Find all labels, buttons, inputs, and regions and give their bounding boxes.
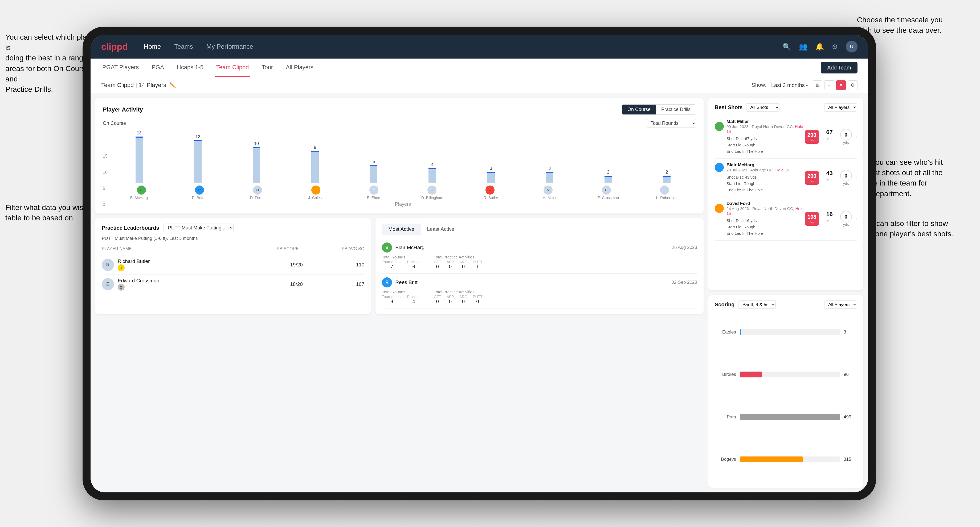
avatar-col-5: E xyxy=(345,186,403,195)
shots-filter-select[interactable]: All Shots Best Shots xyxy=(746,103,780,111)
shot-score-badge-blair: 200 SG xyxy=(805,171,819,185)
shot-chevron-matt[interactable]: › xyxy=(855,133,857,140)
tab-pgat-players[interactable]: PGAT Players xyxy=(101,59,140,77)
shot-entry-matt[interactable]: Matt Miller 09 Jun 2023 · Royal North De… xyxy=(715,115,857,159)
tab-pga[interactable]: PGA xyxy=(151,59,165,77)
shot-player-info-david: David Ford 24 Aug 2023 · Royal North Dev… xyxy=(715,201,805,237)
user-avatar[interactable]: U xyxy=(846,41,858,52)
player-avatar-9[interactable]: E xyxy=(602,186,611,195)
x-axis-label: Players xyxy=(110,202,696,207)
avatar-col-1: B xyxy=(112,186,170,195)
bogeys-count: 315 xyxy=(844,457,854,462)
y-label-10: 10 xyxy=(103,170,108,175)
tab-hcaps[interactable]: Hcaps 1-5 xyxy=(176,59,205,77)
bar-rect-2 xyxy=(194,140,202,183)
bar-rect-8 xyxy=(546,172,554,183)
shot-yds-box-blair-0: 0 yds xyxy=(839,170,853,186)
settings-icon[interactable]: ⚙ xyxy=(848,80,858,90)
player-avatar-6[interactable]: D xyxy=(428,186,436,195)
scoring-bars: Eagles 3 Birdies 96 xyxy=(715,313,857,482)
player-row-2[interactable]: E Edward Crossman 2 18/20 107 xyxy=(102,275,364,294)
bar-col-3: 10 xyxy=(227,130,286,183)
activity-avatar-rees: R xyxy=(382,277,392,287)
tab-least-active[interactable]: Least Active xyxy=(421,224,461,235)
shot-yds-david: 16 yds 0 yds xyxy=(822,211,853,227)
shot-location-david: 24 Aug 2023 · Royal North Devon GC, xyxy=(727,206,795,211)
player-avatar-1[interactable]: B xyxy=(137,186,146,195)
bar-rect-9 xyxy=(605,176,612,183)
activity-header-rees: R Rees Britt 02 Sep 2023 xyxy=(382,277,697,287)
best-shots-card: Best Shots All Shots Best Shots All Play… xyxy=(708,98,863,290)
edit-icon[interactable]: ✏️ xyxy=(169,82,176,88)
bar-col-7: 3 xyxy=(462,130,520,183)
activity-entry-blair: B Blair McHarg 26 Aug 2023 Total Rounds … xyxy=(382,239,697,274)
table-header: PLAYER NAME PB SCORE PB AVG SQ xyxy=(102,245,364,253)
pars-track xyxy=(740,414,840,420)
bell-icon[interactable]: 🔔 xyxy=(815,43,824,51)
eagles-label: Eagles xyxy=(718,330,736,335)
avatar-col-10: L xyxy=(635,186,694,195)
shots-player-select[interactable]: All Players xyxy=(824,103,857,111)
shot-chevron-blair[interactable]: › xyxy=(855,174,857,181)
on-course-toggle[interactable]: On Course xyxy=(622,105,656,114)
rank-badge-2: 2 xyxy=(118,284,125,290)
scoring-card: Scoring Par 3, 4 & 5s All Players Eagles xyxy=(708,295,863,487)
heart-view-icon[interactable]: ♥ xyxy=(836,80,846,90)
shot-player-name-matt: Matt Miller xyxy=(727,119,749,124)
search-icon[interactable]: 🔍 xyxy=(783,43,791,51)
grid-view-icon[interactable]: ⊞ xyxy=(813,80,822,90)
shot-entry-blair[interactable]: Blair McHarg 23 Jul 2023 · Ashridge GC, … xyxy=(715,159,857,197)
avatar-col-2: R xyxy=(170,186,229,195)
rank-badge-1: 1 xyxy=(118,264,125,271)
plus-circle-icon[interactable]: ⊕ xyxy=(832,43,838,51)
player-avatar-5[interactable]: E xyxy=(369,186,379,195)
shot-avatar-blair xyxy=(715,163,724,172)
shot-location-matt: 09 Jun 2023 · Royal North Devon GC, xyxy=(727,124,795,129)
bar-col-10: 2 xyxy=(638,130,696,183)
player-avatar-10[interactable]: L xyxy=(660,186,669,195)
list-view-icon[interactable]: ≡ xyxy=(824,80,834,90)
tab-tour[interactable]: Tour xyxy=(261,59,274,77)
nav-link-home[interactable]: Home xyxy=(144,43,161,50)
practice-leaderboards-header: Practice Leaderboards PUTT Must Make Put… xyxy=(102,224,364,232)
tab-most-active[interactable]: Most Active xyxy=(382,224,420,235)
player-avatar-7[interactable]: R xyxy=(485,186,495,195)
y-label-5: 5 xyxy=(103,186,108,191)
scoring-player-select[interactable]: All Players xyxy=(824,300,857,309)
add-team-button[interactable]: Add Team xyxy=(821,62,858,73)
total-rounds-blair: Total Rounds Tournament 7 Practice xyxy=(382,255,420,270)
practice-drills-toggle[interactable]: Practice Drills xyxy=(656,105,696,114)
player-avatar-3[interactable]: D xyxy=(253,186,262,195)
player-activity-header: Player Activity On Course Practice Drill… xyxy=(103,104,696,115)
users-icon[interactable]: 👥 xyxy=(799,43,807,51)
timescale-select[interactable]: Last 3 months Last month Last 6 months L… xyxy=(770,82,809,88)
nav-logo: clippd xyxy=(101,41,128,52)
eagles-track xyxy=(740,329,840,335)
scoring-filter-select[interactable]: Par 3, 4 & 5s xyxy=(738,300,776,309)
shot-chevron-david[interactable]: › xyxy=(855,215,857,222)
player-avatar-4[interactable]: J xyxy=(311,186,320,195)
birdies-count: 96 xyxy=(844,372,854,377)
tab-team-clippd[interactable]: Team Clippd xyxy=(215,59,250,77)
bar-chart-cols: 13 12 10 xyxy=(110,130,696,183)
shot-player-header-david: David Ford 24 Aug 2023 · Royal North Dev… xyxy=(715,201,805,216)
player-avatar-8[interactable]: M xyxy=(544,186,552,195)
pb-avg-richard: 110 xyxy=(303,262,364,268)
nav-link-teams[interactable]: Teams xyxy=(174,43,193,50)
tab-all-players[interactable]: All Players xyxy=(285,59,315,77)
player-row-1[interactable]: R Richard Butler 1 19/20 110 xyxy=(102,255,364,275)
bar-rect-6 xyxy=(428,168,436,183)
nav-link-performance[interactable]: My Performance xyxy=(206,43,253,50)
shot-location-blair: 23 Jul 2023 · Ashridge GC, xyxy=(727,168,775,172)
player-activity-card: Player Activity On Course Practice Drill… xyxy=(95,98,703,213)
bar-rect-3 xyxy=(253,147,260,183)
bar-rect-1 xyxy=(135,137,143,183)
shot-score-badge-david: 198 SG xyxy=(805,212,819,226)
drill-select[interactable]: PUTT Must Make Putting... xyxy=(164,224,234,232)
shot-player-info-blair: Blair McHarg 23 Jul 2023 · Ashridge GC, … xyxy=(715,162,805,193)
activity-toggle-group: On Course Practice Drills xyxy=(622,104,696,115)
shot-entry-david[interactable]: David Ford 24 Aug 2023 · Royal North Dev… xyxy=(715,197,857,241)
chart-filter-select[interactable]: Total Rounds Practice Activities xyxy=(646,119,696,127)
player-avatar-2[interactable]: R xyxy=(195,186,204,195)
bar-chart-main: 13 12 10 xyxy=(110,130,696,207)
